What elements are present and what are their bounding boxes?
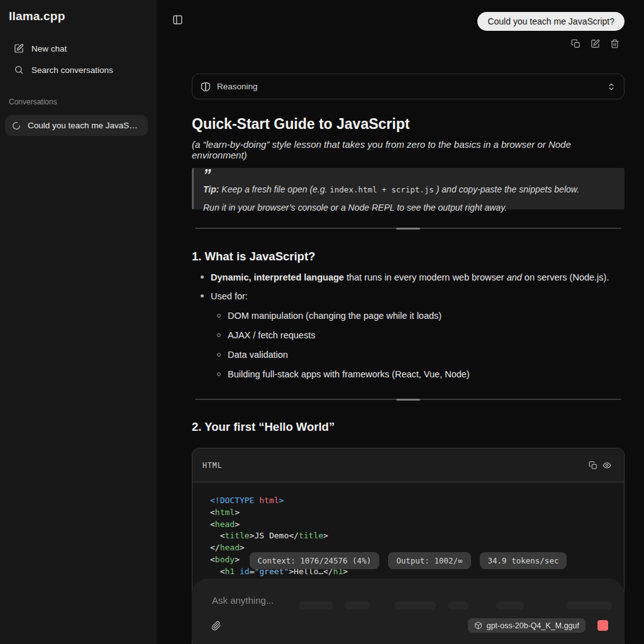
- code-line: <html>: [210, 507, 624, 519]
- chevrons-up-down-icon: [607, 82, 616, 91]
- message-input[interactable]: [212, 595, 589, 620]
- attach-file-button[interactable]: [208, 618, 225, 634]
- code-line: <title>JS Demo</title>: [210, 530, 624, 542]
- user-message-bubble: Could you teach me JavaScript?: [477, 12, 625, 31]
- edit-icon: [591, 39, 600, 48]
- model-selector[interactable]: gpt-oss-20b-Q4_K_M.gguf: [468, 618, 586, 633]
- eye-icon: [602, 461, 611, 470]
- delete-message-button[interactable]: [608, 36, 621, 50]
- copy-icon: [571, 39, 580, 48]
- edit-message-button[interactable]: [588, 36, 602, 50]
- spinner-icon: [12, 121, 21, 130]
- chat-content: Could you teach me JavaScript? Reasoning…: [192, 0, 625, 644]
- output-tokens-badge: Output: 1002/∞: [388, 552, 470, 569]
- user-message-row: Could you teach me JavaScript?: [477, 12, 625, 31]
- list-item: DOM manipulation (changing the page whil…: [192, 309, 625, 322]
- copy-code-button[interactable]: [586, 458, 600, 472]
- composer: gpt-oss-20b-Q4_K_M.gguf: [192, 579, 625, 644]
- bullet-circle: [217, 314, 221, 318]
- copy-icon: [589, 461, 597, 470]
- conversations-section-label: Conversations: [9, 97, 57, 106]
- copy-message-button[interactable]: [569, 36, 582, 50]
- divider: [195, 228, 621, 229]
- quote-mark: ”: [203, 169, 613, 180]
- list-item: Dynamic, interpreted language that runs …: [192, 271, 625, 284]
- search-conversations-label: Search conversations: [31, 65, 113, 75]
- list-item: Building full-stack apps with frameworks…: [192, 368, 625, 380]
- list-item: Data validation: [192, 348, 625, 361]
- list-item: Used for:: [192, 290, 625, 303]
- llama-cpp-webui: llama.cpp New chat Search conversations …: [0, 0, 644, 644]
- message-actions: [569, 36, 621, 50]
- section-2-heading: 2. Your first “Hello World”: [192, 420, 335, 434]
- tip-line-1: Tip: Keep a fresh file open (e.g. index.…: [203, 180, 613, 199]
- sidebar: llama.cpp New chat Search conversations …: [0, 0, 157, 644]
- square-pen-icon: [14, 43, 24, 53]
- app-title: llama.cpp: [9, 9, 65, 23]
- context-usage-badge: Context: 1076/24576 (4%): [250, 552, 380, 569]
- list-item: AJAX / fetch requests: [192, 329, 625, 341]
- paperclip-icon: [211, 621, 221, 631]
- search-conversations-button[interactable]: Search conversations: [5, 59, 152, 80]
- tip-line-2: Run it in your browser’s console or a No…: [203, 199, 613, 216]
- panel-left-icon: [172, 14, 183, 25]
- conversation-title: Could you teach me JavaScript?: [28, 121, 141, 130]
- bullet-circle: [217, 353, 221, 357]
- search-icon: [14, 65, 24, 75]
- main-area: Could you teach me JavaScript? Reasoning…: [157, 0, 644, 644]
- trash-icon: [610, 39, 619, 48]
- bullet-circle: [217, 372, 221, 376]
- inline-code: index.html + script.js: [330, 185, 434, 194]
- brain-icon: [201, 82, 211, 92]
- new-chat-label: New chat: [31, 44, 67, 53]
- section-1-sub-bullets: DOM manipulation (changing the page whil…: [192, 309, 625, 380]
- code-block-header: HTML: [192, 448, 624, 482]
- new-chat-button[interactable]: New chat: [5, 38, 152, 59]
- conversation-item-active[interactable]: Could you teach me JavaScript?: [5, 115, 148, 136]
- model-name: gpt-oss-20b-Q4_K_M.gguf: [487, 621, 579, 630]
- doc-title: Quick-Start Guide to JavaScript: [192, 116, 409, 133]
- generation-stats: Context: 1076/24576 (4%) Output: 1002/∞ …: [192, 552, 625, 569]
- preview-code-button[interactable]: [600, 458, 614, 472]
- code-line: <head>: [210, 519, 624, 531]
- reasoning-block[interactable]: Reasoning: [192, 74, 625, 99]
- tip-blockquote: ” Tip: Keep a fresh file open (e.g. inde…: [192, 168, 625, 209]
- code-language-label: HTML: [203, 461, 586, 470]
- code-line: <!DOCTYPE html>: [210, 495, 624, 507]
- stop-generation-button[interactable]: [597, 620, 608, 631]
- sidebar-toggle-button[interactable]: [169, 11, 186, 28]
- bullet-disc: [201, 294, 204, 297]
- divider: [195, 399, 621, 400]
- bullet-disc: [201, 275, 204, 279]
- bullet-circle: [217, 333, 221, 337]
- reasoning-label: Reasoning: [217, 82, 601, 91]
- package-icon: [474, 621, 482, 630]
- section-1-bullets: Dynamic, interpreted language that runs …: [192, 271, 625, 303]
- section-1-heading: 1. What is JavaScript?: [192, 250, 315, 264]
- doc-subtitle: (a “learn-by-doing” style lesson that ta…: [192, 139, 625, 160]
- token-speed-badge: 34.9 tokens/sec: [480, 552, 567, 569]
